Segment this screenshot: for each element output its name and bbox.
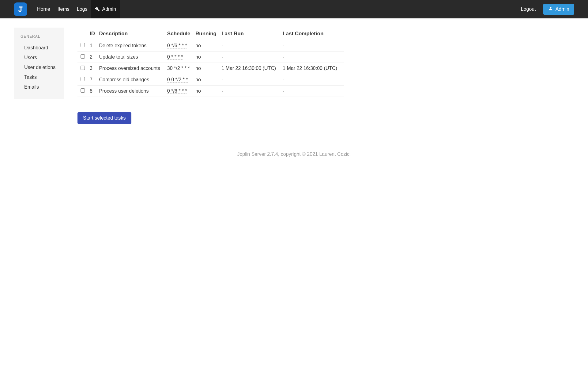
start-tasks-label: Start selected tasks xyxy=(83,115,126,121)
sidebar-item-users[interactable]: Users xyxy=(21,53,64,63)
joplin-logo-icon xyxy=(17,5,24,13)
nav-logout[interactable]: Logout xyxy=(517,0,540,18)
cell-last-completion: - xyxy=(283,40,344,52)
cell-description: Process user deletions xyxy=(99,86,167,97)
cell-id: 2 xyxy=(90,52,99,63)
header-id: ID xyxy=(90,28,99,40)
table-row: 2 Update total sizes 0 * * * * no - - xyxy=(77,52,344,63)
tasks-table: ID Description Schedule Running Last Run… xyxy=(77,28,344,97)
cell-running: no xyxy=(195,86,221,97)
cell-running: no xyxy=(195,52,221,63)
nav-items[interactable]: Items xyxy=(54,0,73,18)
footer-text: Joplin Server 2.7.4, copyright © 2021 La… xyxy=(0,151,588,157)
row-checkbox[interactable] xyxy=(81,43,85,47)
nav-logout-label: Logout xyxy=(521,6,536,12)
cell-schedule[interactable]: 0 0 */2 * * xyxy=(167,77,188,82)
cell-running: no xyxy=(195,40,221,52)
sidebar-item-label: Users xyxy=(24,55,37,60)
navbar: Home Items Logs Admin Logout Admin xyxy=(0,0,588,18)
user-icon xyxy=(548,6,553,12)
admin-user-label: Admin xyxy=(556,6,569,12)
wrench-icon xyxy=(95,7,100,12)
admin-user-button[interactable]: Admin xyxy=(543,4,574,15)
sidebar-item-dashboard[interactable]: Dashboard xyxy=(21,43,64,53)
table-row: 3 Process oversized accounts 30 */2 * * … xyxy=(77,63,344,74)
sidebar-item-label: User deletions xyxy=(24,65,55,70)
cell-schedule[interactable]: 0 * * * * xyxy=(167,54,183,60)
sidebar-item-label: Tasks xyxy=(24,75,37,80)
cell-description: Update total sizes xyxy=(99,52,167,63)
navbar-right: Logout Admin xyxy=(517,0,574,18)
row-checkbox[interactable] xyxy=(81,66,85,70)
sidebar-item-emails[interactable]: Emails xyxy=(21,82,64,92)
cell-last-completion: 1 Mar 22 16:30:00 (UTC) xyxy=(283,63,344,74)
cell-schedule[interactable]: 0 */6 * * * xyxy=(167,88,187,94)
sidebar-item-label: Emails xyxy=(24,84,39,90)
row-checkbox[interactable] xyxy=(81,88,85,93)
header-last-run: Last Run xyxy=(221,28,283,40)
sidebar-item-user-deletions[interactable]: User deletions xyxy=(21,63,64,72)
cell-id: 3 xyxy=(90,63,99,74)
cell-last-run: - xyxy=(221,86,283,97)
navbar-left: Home Items Logs Admin xyxy=(14,0,120,18)
sidebar-item-label: Dashboard xyxy=(24,45,48,50)
cell-last-completion: - xyxy=(283,86,344,97)
cell-schedule[interactable]: 30 */2 * * * xyxy=(167,66,190,71)
cell-description: Delete expired tokens xyxy=(99,40,167,52)
cell-last-run: - xyxy=(221,40,283,52)
page-container: GENERAL Dashboard Users User deletions T… xyxy=(0,18,588,133)
sidebar-heading: GENERAL xyxy=(21,34,64,39)
cell-schedule[interactable]: 0 */6 * * * xyxy=(167,43,187,48)
header-schedule: Schedule xyxy=(167,28,195,40)
start-tasks-button[interactable]: Start selected tasks xyxy=(77,112,131,124)
header-description: Description xyxy=(99,28,167,40)
table-row: 7 Compress old changes 0 0 */2 * * no - … xyxy=(77,74,344,86)
header-checkbox xyxy=(77,28,90,40)
row-checkbox[interactable] xyxy=(81,77,85,81)
sidebar: GENERAL Dashboard Users User deletions T… xyxy=(14,28,64,99)
cell-running: no xyxy=(195,63,221,74)
cell-id: 7 xyxy=(90,74,99,86)
sidebar-item-tasks[interactable]: Tasks xyxy=(21,72,64,82)
cell-last-run: 1 Mar 22 16:30:00 (UTC) xyxy=(221,63,283,74)
cell-running: no xyxy=(195,74,221,86)
header-last-completion: Last Completion xyxy=(283,28,344,40)
cell-id: 1 xyxy=(90,40,99,52)
nav-home[interactable]: Home xyxy=(33,0,54,18)
app-logo[interactable] xyxy=(14,2,27,16)
nav-logs-label: Logs xyxy=(77,6,88,12)
cell-id: 8 xyxy=(90,86,99,97)
nav-home-label: Home xyxy=(37,6,50,12)
nav-items-label: Items xyxy=(58,6,70,12)
nav-admin[interactable]: Admin xyxy=(91,0,120,18)
row-checkbox[interactable] xyxy=(81,54,85,59)
nav-logs[interactable]: Logs xyxy=(73,0,91,18)
cell-last-run: - xyxy=(221,74,283,86)
nav-admin-label: Admin xyxy=(102,6,116,12)
cell-last-completion: - xyxy=(283,74,344,86)
cell-description: Compress old changes xyxy=(99,74,167,86)
table-header-row: ID Description Schedule Running Last Run… xyxy=(77,28,344,40)
table-row: 1 Delete expired tokens 0 */6 * * * no -… xyxy=(77,40,344,52)
table-row: 8 Process user deletions 0 */6 * * * no … xyxy=(77,86,344,97)
cell-description: Process oversized accounts xyxy=(99,63,167,74)
main-content: ID Description Schedule Running Last Run… xyxy=(77,28,344,124)
cell-last-completion: - xyxy=(283,52,344,63)
cell-last-run: - xyxy=(221,52,283,63)
header-running: Running xyxy=(195,28,221,40)
